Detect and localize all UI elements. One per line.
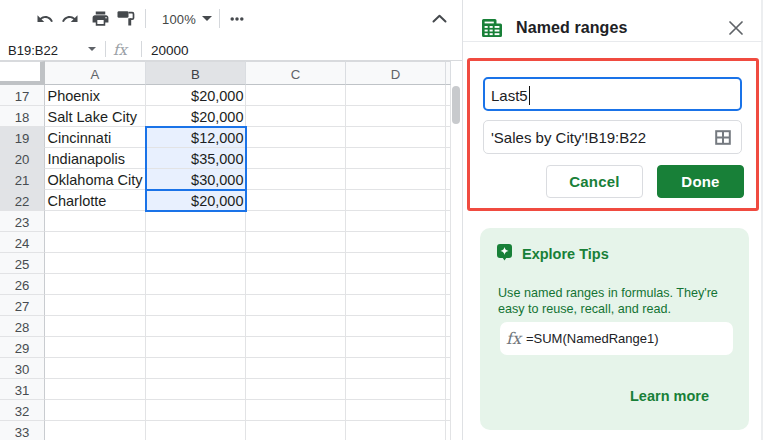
row-header-31[interactable]: 31	[0, 379, 45, 400]
cell-C24[interactable]	[246, 232, 346, 253]
cell-B23[interactable]	[146, 211, 246, 232]
cell-D30[interactable]	[346, 358, 446, 379]
done-button[interactable]: Done	[657, 165, 744, 198]
row-header-24[interactable]: 24	[0, 232, 45, 253]
cell-C17[interactable]	[246, 85, 346, 106]
row-header-23[interactable]: 23	[0, 211, 45, 232]
close-panel-button[interactable]	[725, 17, 747, 39]
cell-B32[interactable]	[146, 400, 246, 421]
cell-B20[interactable]: $35,000	[146, 148, 246, 169]
cell-A28[interactable]	[45, 316, 146, 337]
column-header-A[interactable]: A	[45, 61, 146, 85]
row-header-29[interactable]: 29	[0, 337, 45, 358]
cell-D25[interactable]	[346, 253, 446, 274]
print-icon[interactable]	[91, 2, 110, 35]
cell-C21[interactable]	[246, 169, 346, 190]
vertical-scrollbar-thumb[interactable]	[452, 86, 460, 124]
cell-C32[interactable]	[246, 400, 346, 421]
cell-A31[interactable]	[45, 379, 146, 400]
cell-D24[interactable]	[346, 232, 446, 253]
row-header-28[interactable]: 28	[0, 316, 45, 337]
cell-D27[interactable]	[346, 295, 446, 316]
cell-B30[interactable]	[146, 358, 246, 379]
cell-D17[interactable]	[346, 85, 446, 106]
column-header-C[interactable]: C	[246, 61, 346, 85]
cell-D21[interactable]	[346, 169, 446, 190]
select-all-corner[interactable]	[0, 61, 45, 85]
cancel-button[interactable]: Cancel	[546, 165, 643, 198]
more-options-icon[interactable]	[229, 2, 245, 35]
cell-B28[interactable]	[146, 316, 246, 337]
cell-B29[interactable]	[146, 337, 246, 358]
cell-D22[interactable]	[346, 190, 446, 211]
cell-D18[interactable]	[346, 106, 446, 127]
cell-C19[interactable]	[246, 127, 346, 148]
name-box-caret-icon[interactable]	[88, 47, 96, 51]
cell-C31[interactable]	[246, 379, 346, 400]
range-name-input[interactable]: Last5	[483, 77, 742, 111]
cell-B18[interactable]: $20,000	[146, 106, 246, 127]
name-box[interactable]: B19:B22	[8, 43, 58, 58]
cell-D33[interactable]	[346, 421, 446, 440]
formula-bar-input[interactable]: 20000	[151, 43, 189, 58]
cell-A27[interactable]	[45, 295, 146, 316]
cell-C30[interactable]	[246, 358, 346, 379]
column-header-D[interactable]: D	[346, 61, 446, 85]
cell-C26[interactable]	[246, 274, 346, 295]
cell-A23[interactable]	[45, 211, 146, 232]
cell-A22[interactable]: Charlotte	[45, 190, 146, 211]
cell-C18[interactable]	[246, 106, 346, 127]
cell-C28[interactable]	[246, 316, 346, 337]
row-header-26[interactable]: 26	[0, 274, 45, 295]
row-header-30[interactable]: 30	[0, 358, 45, 379]
cell-A26[interactable]	[45, 274, 146, 295]
cell-A25[interactable]	[45, 253, 146, 274]
row-header-18[interactable]: 18	[0, 106, 45, 127]
cell-A18[interactable]: Salt Lake City	[45, 106, 146, 127]
cell-B25[interactable]	[146, 253, 246, 274]
cell-A21[interactable]: Oklahoma City	[45, 169, 146, 190]
cell-A29[interactable]	[45, 337, 146, 358]
cell-D32[interactable]	[346, 400, 446, 421]
row-header-22[interactable]: 22	[0, 190, 45, 211]
cell-D31[interactable]	[346, 379, 446, 400]
cell-A20[interactable]: Indianapolis	[45, 148, 146, 169]
cell-C20[interactable]	[246, 148, 346, 169]
row-header-27[interactable]: 27	[0, 295, 45, 316]
paint-format-icon[interactable]	[117, 2, 136, 35]
cell-B24[interactable]	[146, 232, 246, 253]
cell-D28[interactable]	[346, 316, 446, 337]
cell-A32[interactable]	[45, 400, 146, 421]
collapse-toolbar-icon[interactable]	[431, 2, 448, 35]
cell-A30[interactable]	[45, 358, 146, 379]
cell-B33[interactable]	[146, 421, 246, 440]
cell-B17[interactable]: $20,000	[146, 85, 246, 106]
cell-B27[interactable]	[146, 295, 246, 316]
cell-D20[interactable]	[346, 148, 446, 169]
cell-A19[interactable]: Cincinnati	[45, 127, 146, 148]
row-header-25[interactable]: 25	[0, 253, 45, 274]
cell-C25[interactable]	[246, 253, 346, 274]
range-reference-input[interactable]: 'Sales by City'!B19:B22	[483, 120, 742, 154]
row-header-32[interactable]: 32	[0, 400, 45, 421]
column-header-B[interactable]: B	[146, 61, 246, 85]
cell-D29[interactable]	[346, 337, 446, 358]
cell-B19[interactable]: $12,000	[146, 127, 246, 148]
cell-C23[interactable]	[246, 211, 346, 232]
row-header-17[interactable]: 17	[0, 85, 45, 106]
cell-A33[interactable]	[45, 421, 146, 440]
cell-B22[interactable]: $20,000	[146, 190, 246, 211]
row-header-33[interactable]: 33	[0, 421, 45, 440]
cell-A24[interactable]	[45, 232, 146, 253]
redo-icon[interactable]	[61, 2, 79, 35]
cell-D19[interactable]	[346, 127, 446, 148]
cell-B31[interactable]	[146, 379, 246, 400]
cell-C29[interactable]	[246, 337, 346, 358]
cell-D26[interactable]	[346, 274, 446, 295]
cell-C22[interactable]	[246, 190, 346, 211]
cell-B26[interactable]	[146, 274, 246, 295]
row-header-19[interactable]: 19	[0, 127, 45, 148]
cell-B21[interactable]: $30,000	[146, 169, 246, 190]
cell-C33[interactable]	[246, 421, 346, 440]
undo-icon[interactable]	[36, 2, 54, 35]
